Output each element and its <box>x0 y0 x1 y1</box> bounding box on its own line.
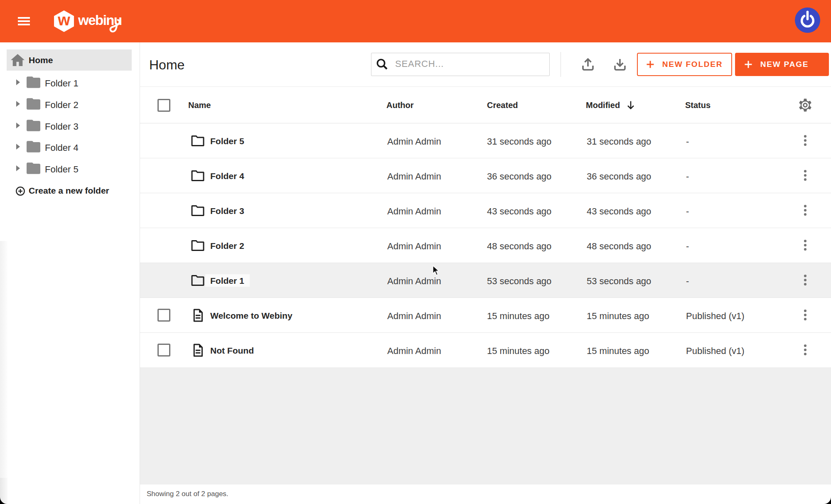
svg-text:w: w <box>57 11 70 29</box>
